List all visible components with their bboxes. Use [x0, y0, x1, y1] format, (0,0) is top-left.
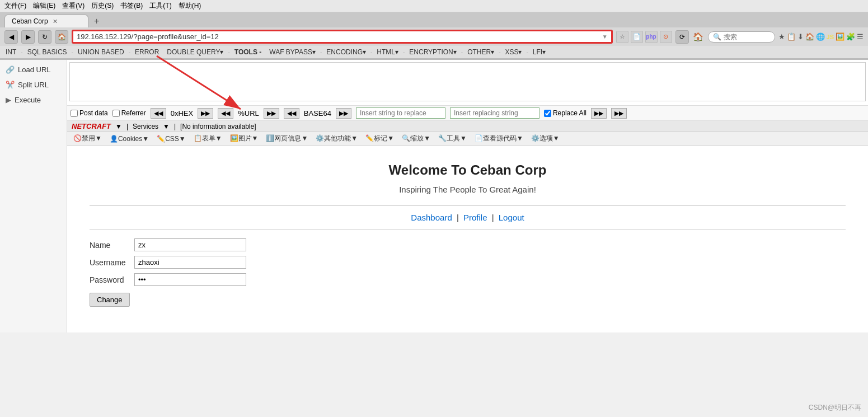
referrer-checkbox[interactable] [112, 110, 120, 117]
js-icon[interactable]: JS [827, 34, 834, 40]
home2-icon[interactable]: 🏠 [692, 31, 705, 43]
change-button[interactable]: Change [90, 293, 130, 307]
replace-arrow[interactable]: ▶▶ [591, 108, 607, 119]
hackbar-html[interactable]: HTML▾ [373, 47, 402, 57]
main-area: Post data Referrer ◀◀ 0xHEX ▶▶ ◀◀ %URL ▶… [67, 60, 868, 332]
insert-string-to-replace-input[interactable] [356, 107, 445, 119]
forward-button[interactable]: ▶ [21, 30, 35, 44]
logout-link[interactable]: Logout [499, 213, 524, 222]
search-input[interactable] [724, 33, 768, 41]
tab-close-button[interactable]: ✕ [53, 18, 58, 25]
netcraft-services[interactable]: Services [133, 123, 158, 130]
netcraft-dropdown[interactable]: ▼ [163, 123, 170, 130]
nav-icons: ☆ 📄 php ⊙ [616, 31, 672, 43]
referrer-label[interactable]: Referrer [112, 109, 146, 117]
url-input[interactable] [77, 32, 600, 41]
insert-replacing-string-input[interactable] [450, 107, 539, 119]
sidebar-load-url[interactable]: 🔗 Load URL [0, 62, 67, 77]
new-tab-button[interactable]: + [91, 15, 102, 27]
download-icon[interactable]: ⬇ [797, 32, 804, 41]
password-input[interactable] [134, 273, 246, 286]
webdev-forms[interactable]: 📋表单▼ [191, 133, 225, 144]
execute-icon: ▶ [6, 96, 11, 104]
hackbar-encryption[interactable]: ENCRYPTION▾ [406, 47, 459, 57]
hackbar-error[interactable]: ERROR [132, 47, 162, 57]
webdev-disable[interactable]: 🚫禁用▼ [71, 133, 105, 144]
tools-bar: Post data Referrer ◀◀ 0xHEX ▶▶ ◀◀ %URL ▶… [67, 106, 868, 121]
hackbar-waf-bypass[interactable]: WAF BYPASS▾ [266, 47, 319, 57]
name-input[interactable] [134, 238, 246, 251]
netcraft-logo: NETCRAFT [72, 122, 111, 130]
username-input[interactable] [134, 256, 246, 269]
webdev-page-info[interactable]: ℹ️网页信息▼ [263, 133, 311, 144]
url-right-arrow[interactable]: ▶▶ [264, 108, 279, 119]
webdev-source[interactable]: 📄查看源代码▼ [472, 133, 526, 144]
refresh-button[interactable]: ⟳ [675, 30, 689, 44]
post-data-label[interactable]: Post data [71, 109, 108, 117]
hackbar: INT - SQL BASICS - UNION BASED - ERROR D… [0, 46, 868, 59]
php-icon[interactable]: php [645, 31, 658, 43]
name-label: Name [90, 241, 134, 250]
reader-icon[interactable]: 📄 [631, 31, 643, 43]
menu-help[interactable]: 帮助(H) [179, 1, 201, 11]
menu-tools[interactable]: 工具(T) [149, 1, 171, 11]
replace-all-checkbox[interactable] [544, 110, 551, 117]
hackbar-union-based[interactable]: UNION BASED [74, 47, 128, 57]
menu-history[interactable]: 历史(S) [91, 1, 114, 11]
url-left-arrow[interactable]: ◀◀ [218, 108, 233, 119]
hackbar-xss[interactable]: XSS▾ [501, 47, 525, 57]
menu-bookmarks[interactable]: 书签(B) [120, 1, 143, 11]
hackbar-double-query[interactable]: DOUBLE QUERY▾ [163, 47, 227, 57]
url-label: %URL [238, 109, 259, 118]
webdev-css[interactable]: ✏️CSS▼ [154, 134, 189, 143]
webdev-images[interactable]: 🖼️图片▼ [227, 133, 261, 144]
ext-icon[interactable]: 🧩 [846, 32, 855, 41]
ubuntu-icon[interactable]: ⊙ [660, 31, 672, 43]
profile-form: Name Username Password Change [90, 238, 846, 307]
sidebar-split-url[interactable]: ✂️ Split URL [0, 77, 67, 92]
menu-view[interactable]: 查看(V) [62, 1, 85, 11]
replace-all-label[interactable]: Replace All [544, 109, 587, 117]
post-data-checkbox[interactable] [71, 110, 78, 117]
profile-link[interactable]: Profile [463, 213, 487, 222]
netcraft-bar: NETCRAFT ▼ | Services ▼ | [No informatio… [67, 121, 868, 132]
star-icon[interactable]: ★ [778, 32, 785, 41]
webdev-options[interactable]: ⚙️选项▼ [528, 133, 562, 144]
sidebar-execute-label: Execute [15, 96, 41, 104]
back-button[interactable]: ◀ [4, 30, 18, 44]
webdev-tools[interactable]: 🔧工具▼ [435, 133, 470, 144]
menu-file[interactable]: 文件(F) [4, 1, 26, 11]
webdev-mark[interactable]: ✏️标记▼ [363, 133, 397, 144]
password-row: Password [90, 273, 846, 286]
menu-edit[interactable]: 编辑(E) [33, 1, 55, 11]
webdev-other[interactable]: ⚙️其他功能▼ [313, 133, 360, 144]
base64-right-arrow[interactable]: ▶▶ [336, 108, 351, 119]
hex-right-arrow[interactable]: ▶▶ [198, 108, 213, 119]
hackbar-sql-basics[interactable]: SQL BASICS [24, 47, 71, 57]
reader-view-icon[interactable]: 📋 [787, 32, 796, 41]
sidebar-execute[interactable]: ▶ Execute [0, 92, 67, 107]
url-dropdown-icon[interactable]: ▼ [602, 34, 608, 40]
hackbar-tools[interactable]: TOOLS - [231, 47, 265, 57]
hackbar-lfi[interactable]: LFI▾ [529, 47, 549, 57]
url-textarea[interactable] [69, 62, 866, 101]
reload-button[interactable]: ↻ [38, 30, 51, 44]
bookmark-icon[interactable]: ☆ [616, 31, 628, 43]
more-icon[interactable]: ☰ [857, 32, 864, 41]
hex-left-arrow[interactable]: ◀◀ [151, 108, 166, 119]
img-icon[interactable]: 🖼️ [836, 32, 844, 41]
dashboard-link[interactable]: Dashboard [411, 213, 452, 222]
hackbar-int[interactable]: INT [2, 47, 20, 57]
hackbar-other[interactable]: OTHER▾ [464, 47, 498, 57]
webdev-cookies[interactable]: 👤Cookies▼ [107, 134, 152, 143]
replace-arrow2[interactable]: ▶▶ [611, 108, 627, 119]
globe-icon[interactable]: 🌐 [816, 32, 825, 41]
browser-chrome: Ceban Corp ✕ + ◀ ▶ ↻ 🏠 ▼ ☆ 📄 php ⊙ ⟳ 🏠 🔍… [0, 12, 868, 60]
hackbar-encoding[interactable]: ENCODING▾ [323, 47, 369, 57]
home-button[interactable]: 🏠 [55, 30, 68, 44]
tab-bar: Ceban Corp ✕ + [0, 12, 868, 27]
webdev-zoom[interactable]: 🔍缩放▼ [399, 133, 433, 144]
base64-left-arrow[interactable]: ◀◀ [284, 108, 299, 119]
active-tab[interactable]: Ceban Corp ✕ [4, 15, 88, 27]
home3-icon[interactable]: 🏠 [805, 32, 814, 41]
